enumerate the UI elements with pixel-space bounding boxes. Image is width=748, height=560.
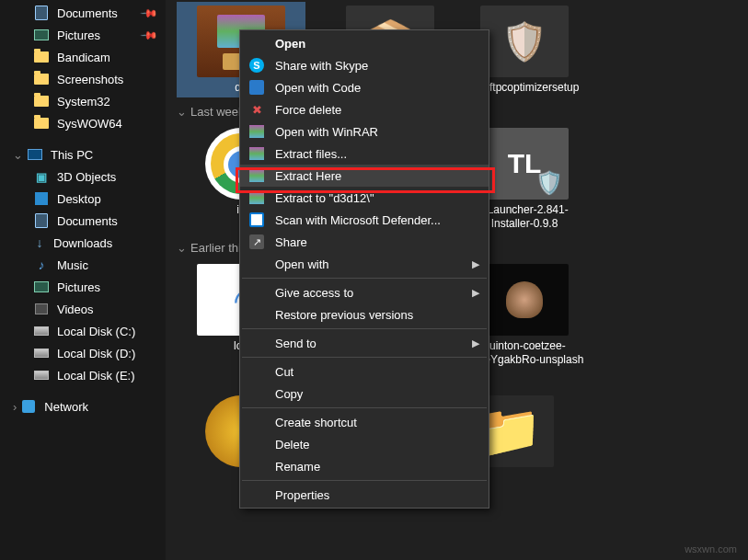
desktop-icon (33, 190, 50, 207)
nav-documents[interactable]: Documents 📌 (0, 2, 166, 24)
documents-icon (33, 5, 50, 21)
videos-icon (33, 301, 50, 317)
disk-icon (33, 367, 50, 383)
menu-label: Cut (275, 365, 293, 379)
pictures-icon (33, 279, 50, 295)
menu-label: Give access to (275, 286, 353, 300)
nav-3d-objects[interactable]: ▣ 3D Objects (0, 166, 166, 188)
winrar-icon (247, 166, 266, 185)
menu-create-shortcut[interactable]: Create shortcut (240, 411, 489, 433)
nav-label: Local Disk (D:) (57, 347, 135, 360)
blank-icon (247, 486, 266, 504)
nav-pictures[interactable]: Pictures 📌 (0, 24, 166, 46)
nav-system32[interactable]: System32 (0, 90, 166, 112)
nav-pictures-pc[interactable]: Pictures (0, 276, 166, 298)
documents-icon (33, 212, 50, 229)
shield-icon (480, 6, 569, 77)
menu-label: Rename (275, 460, 320, 474)
folder-icon (33, 115, 50, 131)
menu-separator (242, 480, 487, 481)
nav-this-pc[interactable]: ⌄ This PC (0, 143, 166, 166)
menu-label: Open with Code (275, 81, 361, 95)
nav-label: Documents (57, 6, 118, 20)
nav-label: Network (44, 400, 88, 414)
nav-documents-pc[interactable]: Documents (0, 210, 166, 232)
nav-label: Desktop (57, 192, 101, 206)
downloads-icon (33, 236, 46, 249)
skype-icon (247, 56, 266, 74)
menu-label: Open with WinRAR (275, 125, 378, 139)
menu-force-delete[interactable]: Force delete (240, 98, 489, 120)
menu-give-access[interactable]: Give access to ▶ (240, 281, 489, 303)
menu-label: Properties (275, 488, 329, 502)
disk-icon (33, 323, 50, 339)
folder-icon (33, 49, 50, 65)
pin-icon: 📌 (140, 4, 159, 23)
nav-label: Music (57, 258, 88, 272)
nav-desktop[interactable]: Desktop (0, 188, 166, 210)
blank-icon (247, 283, 266, 302)
chevron-right-icon: ▶ (472, 287, 479, 299)
menu-label: Delete (275, 438, 310, 451)
menu-open-code[interactable]: Open with Code (240, 76, 489, 98)
menu-label: Extract to "d3d12\" (275, 191, 374, 205)
menu-send-to[interactable]: Send to ▶ (240, 332, 489, 354)
nav-label: Screenshots (57, 73, 123, 86)
menu-separator (242, 328, 487, 329)
menu-label: Extract Here (275, 169, 341, 183)
nav-local-disk-c[interactable]: Local Disk (C:) (0, 320, 166, 342)
menu-open-winrar[interactable]: Open with WinRAR (240, 120, 489, 143)
nav-local-disk-e[interactable]: Local Disk (E:) (0, 364, 166, 386)
menu-cut[interactable]: Cut (240, 360, 489, 383)
force-delete-icon (247, 100, 266, 119)
nav-label: Documents (57, 214, 118, 228)
blank-icon (247, 435, 266, 453)
menu-extract-to[interactable]: Extract to "d3d12\" (240, 187, 489, 209)
nav-label: Downloads (53, 236, 112, 250)
menu-share[interactable]: Share (240, 231, 489, 253)
menu-extract-here[interactable]: Extract Here (240, 165, 489, 187)
nav-syswow64[interactable]: SysWOW64 (0, 112, 166, 134)
nav-videos[interactable]: Videos (0, 298, 166, 320)
menu-open-with[interactable]: Open with ▶ (240, 253, 489, 275)
pin-icon: 📌 (140, 26, 159, 45)
blank-icon (247, 334, 266, 352)
image-icon (480, 264, 569, 336)
winrar-icon (247, 189, 266, 207)
menu-open[interactable]: Open (240, 32, 489, 54)
chevron-right-icon: ▶ (472, 258, 479, 270)
nav-label: Pictures (57, 280, 100, 294)
nav-network[interactable]: › Network (0, 395, 166, 417)
3d-icon: ▣ (33, 168, 50, 185)
nav-label: Bandicam (57, 51, 110, 64)
menu-extract-files[interactable]: Extract files... (240, 143, 489, 165)
folder-icon (33, 93, 50, 109)
defender-icon (247, 211, 266, 229)
nav-downloads[interactable]: Downloads (0, 232, 166, 254)
blank-icon (247, 413, 266, 431)
nav-screenshots[interactable]: Screenshots (0, 68, 166, 90)
nav-bandicam[interactable]: Bandicam (0, 46, 166, 68)
menu-properties[interactable]: Properties (240, 484, 489, 506)
nav-music[interactable]: Music (0, 254, 166, 276)
nav-label: 3D Objects (57, 170, 116, 184)
menu-defender-scan[interactable]: Scan with Microsoft Defender... (240, 209, 489, 231)
blank-icon (247, 305, 266, 324)
context-menu: Open Share with Skype Open with Code For… (239, 29, 489, 509)
menu-label: Send to (275, 337, 316, 350)
menu-label: Scan with Microsoft Defender... (275, 213, 441, 227)
menu-delete[interactable]: Delete (240, 433, 489, 455)
nav-label: Local Disk (C:) (57, 325, 135, 338)
tlauncher-icon (480, 128, 569, 200)
nav-local-disk-d[interactable]: Local Disk (D:) (0, 342, 166, 364)
menu-restore-versions[interactable]: Restore previous versions (240, 303, 489, 326)
chevron-right-icon: ▶ (472, 337, 479, 349)
menu-rename[interactable]: Rename (240, 455, 489, 477)
menu-separator (242, 407, 487, 408)
blank-icon (247, 255, 266, 273)
menu-share-skype[interactable]: Share with Skype (240, 54, 489, 76)
folder-icon (33, 71, 50, 87)
share-icon (247, 233, 266, 251)
menu-copy[interactable]: Copy (240, 383, 489, 405)
section-label: Last week (190, 105, 245, 119)
